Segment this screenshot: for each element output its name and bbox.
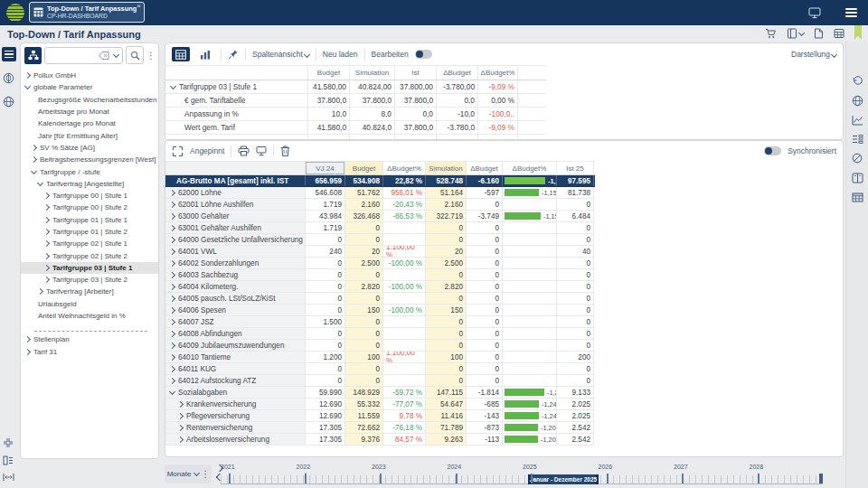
table-row[interactable]: € gem. Tariftabelle37.800,037.800,037.80… xyxy=(165,94,546,108)
globe-icon[interactable] xyxy=(852,95,863,107)
table-row[interactable]: Arbeitslosenversicherung17.3059.37684,57… xyxy=(165,434,595,446)
chevron-down-icon[interactable] xyxy=(24,83,31,89)
cell-budget[interactable]: 0 xyxy=(345,269,383,280)
more-options-icon[interactable] xyxy=(146,51,155,61)
cell-simulation[interactable]: 2.160 xyxy=(426,199,467,210)
cell-budget[interactable]: 2.820 xyxy=(345,281,383,292)
cell-simulation[interactable]: 9.263 xyxy=(426,434,467,445)
table-row[interactable]: Rentenversicherung17.30572.662-76,18 %71… xyxy=(165,422,595,434)
cell-budget[interactable]: 0 xyxy=(345,340,383,351)
display-icon[interactable] xyxy=(808,7,821,19)
tree-item[interactable]: Tarifgruppe 01 | Stufe 1 xyxy=(21,214,158,226)
chart-view-button[interactable] xyxy=(196,47,214,61)
cell-simulation[interactable]: 0 xyxy=(426,269,467,280)
column-header[interactable]: Ist 25 xyxy=(557,162,594,174)
cell-budget[interactable]: 0 xyxy=(345,363,383,374)
globe-icon[interactable] xyxy=(3,96,14,108)
table-row[interactable]: 64012 Aufstockung ATZ00000 xyxy=(165,375,595,387)
column-header[interactable]: ΔBudget% xyxy=(478,66,518,80)
chevron-right-icon[interactable] xyxy=(31,145,37,151)
cell-budget[interactable]: 150 xyxy=(345,305,383,315)
cell-simulation[interactable]: 11.416 xyxy=(426,410,467,421)
value-cell[interactable]: 37.800,0 xyxy=(350,94,395,107)
table-row[interactable]: 64005 pausch. LSt/SoLZ/KiSt00000 xyxy=(165,293,595,305)
column-header[interactable]: Budget xyxy=(345,162,383,174)
tree-item[interactable]: Jahr [für Ermittlung Alter] xyxy=(21,129,158,141)
table-row[interactable]: 62000 Löhne546.60851.762956,01 %51.164-5… xyxy=(165,187,595,199)
column-header[interactable]: Simulation xyxy=(426,162,467,174)
chevron-right-icon[interactable] xyxy=(169,189,175,195)
table-row[interactable]: 64009 Jubilaeumszuwendungen00000 xyxy=(165,340,595,352)
cell-budget[interactable]: 148.929 xyxy=(345,387,383,398)
report-grid-icon[interactable] xyxy=(834,28,844,39)
history-undo-icon[interactable] xyxy=(852,76,863,87)
cell-simulation[interactable]: 0 xyxy=(426,340,467,351)
value-cell[interactable]: 40.824,00 xyxy=(350,80,395,93)
tree-item[interactable]: Tarifgruppe 02 | Stufe 1 xyxy=(21,238,158,249)
column-header[interactable]: ΔBudget% xyxy=(383,162,426,174)
chevron-right-icon[interactable] xyxy=(169,342,175,348)
search-input[interactable] xyxy=(44,47,123,64)
timeline-year-label[interactable]: 2025 xyxy=(523,464,537,470)
book-icon[interactable] xyxy=(852,173,863,183)
tree-item[interactable]: Stellenplan xyxy=(21,333,158,345)
tree-item[interactable]: Anteil Weihnachtsgeld in % xyxy=(21,310,158,322)
timeline-year-label[interactable]: 2028 xyxy=(750,464,764,470)
chevron-right-icon[interactable] xyxy=(169,365,175,371)
cell-budget[interactable]: 20 xyxy=(345,246,383,257)
column-header[interactable]: Budget xyxy=(308,66,350,80)
timeline-year-label[interactable]: 2026 xyxy=(599,464,613,470)
cell-budget[interactable]: 534.908 xyxy=(345,175,383,186)
cell-simulation[interactable]: 54.647 xyxy=(426,399,467,409)
chevron-right-icon[interactable] xyxy=(43,204,50,211)
table-row[interactable]: 64002 Sonderzahlungen02.500-100,00 %2.50… xyxy=(165,258,595,269)
cell-simulation[interactable]: 100 xyxy=(426,352,467,362)
search-button[interactable] xyxy=(126,46,144,64)
chevron-down-icon[interactable] xyxy=(31,167,37,174)
cell-simulation[interactable]: 2.500 xyxy=(426,258,467,268)
cell-simulation[interactable]: 150 xyxy=(426,305,467,315)
table-row[interactable]: 64000 Gesetzliche Unfallversicherung0000… xyxy=(165,234,595,246)
cell-budget[interactable]: 0 xyxy=(345,234,383,245)
tree-item[interactable]: Urlaubsgeld xyxy=(21,298,158,310)
cell-simulation[interactable]: 528.748 xyxy=(426,175,467,186)
table-row[interactable]: Wert gem. Tarif41.580,040.824,037.800,0-… xyxy=(165,121,546,135)
cell-simulation[interactable]: 0 xyxy=(426,222,467,233)
app-logo-icon[interactable] xyxy=(6,4,24,22)
list-report-icon[interactable] xyxy=(852,134,863,145)
chevron-right-icon[interactable] xyxy=(177,412,184,418)
timeline-year-label[interactable]: 2022 xyxy=(297,464,311,470)
chevron-down-icon[interactable] xyxy=(37,180,43,186)
line-chart-icon[interactable] xyxy=(852,115,863,126)
cell-budget[interactable]: 2.160 xyxy=(345,199,383,210)
tree-item[interactable]: Tarifgruppe 00 | Stufe 2 xyxy=(21,202,158,213)
chevron-right-icon[interactable] xyxy=(169,259,175,266)
column-header[interactable]: Simulation xyxy=(350,66,395,80)
column-header[interactable]: Ist xyxy=(395,66,437,80)
column-header[interactable] xyxy=(165,66,308,80)
chevron-right-icon[interactable] xyxy=(169,212,175,219)
tree-item[interactable]: Tarifgruppe 03 | Stufe 1 xyxy=(21,262,158,274)
tree-item[interactable]: Beitragsbemessungsgrenzen [West] xyxy=(21,154,158,165)
slashed-circle-icon[interactable] xyxy=(852,153,863,164)
chevron-right-icon[interactable] xyxy=(169,318,175,324)
hierarchy-button[interactable] xyxy=(24,47,42,64)
timeline-track[interactable] xyxy=(221,475,823,484)
tab-top-down-tarif[interactable]: Top-Down / Tarif Anpassung CP-HR-DASHBOA… xyxy=(29,2,145,23)
chevron-right-icon[interactable] xyxy=(169,283,175,289)
bookmark-ribbon[interactable] xyxy=(854,25,862,40)
cell-budget[interactable]: 51.762 xyxy=(345,187,383,198)
export-menu[interactable] xyxy=(787,28,804,39)
chevron-right-icon[interactable] xyxy=(43,265,50,271)
resize-width-icon[interactable] xyxy=(3,473,14,482)
cell-simulation[interactable]: 0 xyxy=(426,234,467,245)
tree-item[interactable]: Kalendertage pro Monat xyxy=(21,117,158,129)
tree-item[interactable]: Bezugsgröße Wochenarbeitsstunden xyxy=(21,94,158,106)
tree-item[interactable]: Tarifgruppe 03 | Stufe 2 xyxy=(21,274,158,286)
column-header[interactable]: ΔBudget xyxy=(467,162,503,174)
cell-budget[interactable]: 0 xyxy=(345,293,383,304)
chevron-down-icon[interactable] xyxy=(170,82,176,89)
table-row[interactable]: 64006 Spesen0150-100,00 %15000 xyxy=(165,305,595,316)
chevron-right-icon[interactable] xyxy=(169,306,175,313)
column-header[interactable] xyxy=(165,162,306,174)
